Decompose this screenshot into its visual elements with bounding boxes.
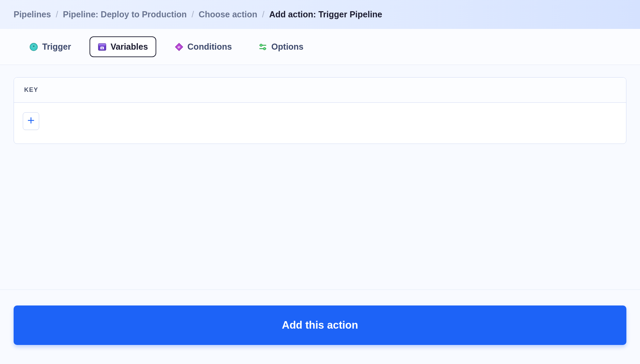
breadcrumb: Pipelines / Pipeline: Deploy to Producti… [0, 0, 640, 29]
breadcrumb-link-pipeline[interactable]: Pipeline: Deploy to Production [63, 10, 187, 19]
breadcrumb-current: Add action: Trigger Pipeline [269, 10, 382, 19]
svg-text:IF: IF [178, 45, 181, 49]
gear-badge-icon [29, 43, 38, 51]
footer: Add this action [0, 289, 640, 364]
tab-label: Conditions [188, 42, 232, 52]
svg-rect-3 [98, 44, 106, 46]
plus-icon [27, 117, 35, 126]
variables-panel: KEY [14, 77, 626, 144]
if-diamond-icon: IF [175, 43, 183, 51]
svg-point-10 [263, 47, 266, 50]
breadcrumb-separator: / [56, 10, 58, 19]
tab-label: Variables [111, 42, 148, 52]
svg-text:$: $ [101, 46, 103, 49]
variables-box-icon: $ [98, 43, 107, 51]
tab-label: Trigger [42, 42, 71, 52]
breadcrumb-link-choose-action[interactable]: Choose action [199, 10, 257, 19]
tab-label: Options [271, 42, 303, 52]
tab-options[interactable]: Options [250, 36, 311, 57]
svg-point-1 [33, 45, 35, 47]
svg-point-9 [260, 44, 262, 46]
breadcrumb-link-pipelines[interactable]: Pipelines [14, 10, 51, 19]
tabs-bar: Trigger $ Variables IF Conditions [0, 29, 640, 65]
breadcrumb-separator: / [262, 10, 265, 19]
panel-body [14, 103, 626, 144]
tab-conditions[interactable]: IF Conditions [166, 36, 240, 57]
add-this-action-button[interactable]: Add this action [14, 305, 626, 345]
panel-header-key: KEY [14, 78, 626, 103]
breadcrumb-separator: / [192, 10, 194, 19]
add-variable-button[interactable] [23, 112, 39, 130]
tab-variables[interactable]: $ Variables [90, 36, 156, 57]
content-area: KEY [0, 65, 640, 156]
sliders-icon [258, 43, 267, 51]
tab-trigger[interactable]: Trigger [21, 36, 79, 57]
